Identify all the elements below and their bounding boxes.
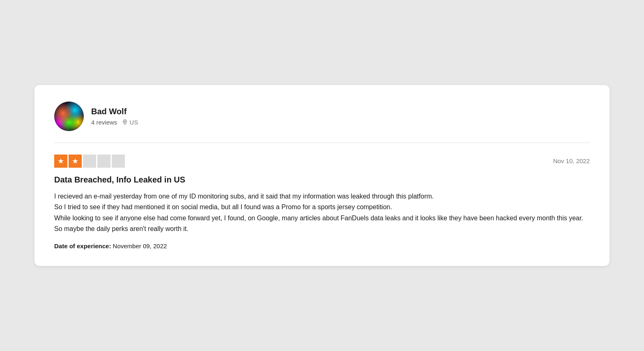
review-title: Data Breached, Info Leaked in US xyxy=(54,175,590,185)
star-5: ★ xyxy=(112,155,125,168)
avatar xyxy=(54,102,84,131)
review-line-3: While looking to see if anyone else had … xyxy=(54,213,590,224)
review-line-1: I recieved an e-mail yesterday from one … xyxy=(54,191,590,202)
star-rating: ★ ★ ★ ★ ★ xyxy=(54,155,125,168)
reviewer-section: Bad Wolf 4 reviews US xyxy=(54,102,590,131)
star-1: ★ xyxy=(54,155,67,168)
divider xyxy=(54,143,590,143)
reviewer-info: Bad Wolf 4 reviews US xyxy=(91,107,138,126)
reviewer-name: Bad Wolf xyxy=(91,107,138,116)
star-2: ★ xyxy=(69,155,82,168)
date-of-experience-value: November 09, 2022 xyxy=(113,242,167,249)
reviews-count: 4 reviews xyxy=(91,119,117,126)
review-line-4: So maybe the daily perks aren't really w… xyxy=(54,224,590,234)
date-of-experience-label: Date of experience: xyxy=(54,242,111,249)
star-4: ★ xyxy=(97,155,110,168)
reviewer-location: US xyxy=(129,119,138,126)
star-3: ★ xyxy=(83,155,96,168)
svg-point-0 xyxy=(124,121,126,122)
review-body: I recieved an e-mail yesterday from one … xyxy=(54,191,590,235)
review-line-2: So I tried to see if they had mentioned … xyxy=(54,202,590,212)
review-header: ★ ★ ★ ★ ★ Nov 10, 2022 xyxy=(54,155,590,168)
location-icon: US xyxy=(122,119,138,126)
review-date: Nov 10, 2022 xyxy=(553,157,590,164)
review-card: Bad Wolf 4 reviews US ★ ★ ★ ★ ★ Nov 10, xyxy=(34,85,610,266)
reviewer-meta: 4 reviews US xyxy=(91,119,138,126)
date-of-experience: Date of experience: November 09, 2022 xyxy=(54,242,590,249)
